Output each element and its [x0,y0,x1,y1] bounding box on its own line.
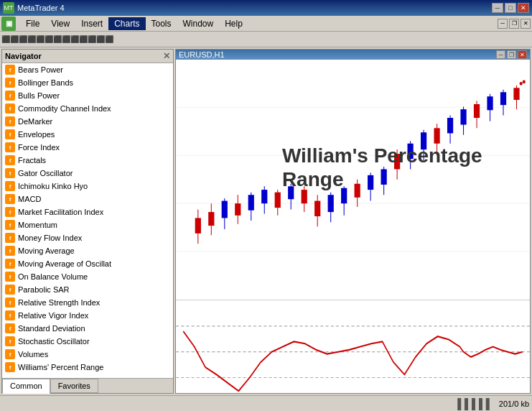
list-item[interactable]: fRelative Vigor Index [2,309,173,322]
nav-item-icon: f [5,78,15,88]
nav-item-icon: f [5,168,15,178]
nav-item-icon: f [5,65,15,75]
svg-rect-26 [328,195,334,212]
svg-rect-52 [500,92,506,105]
nav-item-icon: f [5,103,15,114]
menu-file[interactable]: File [20,17,45,30]
list-item[interactable]: fStandard Deviation [2,322,173,335]
list-item[interactable]: fDeMarker [2,115,173,128]
menu-help[interactable]: Help [219,17,248,30]
nav-item-icon: f [5,297,15,308]
svg-rect-12 [235,203,241,216]
app-icon: MT [3,2,14,14]
list-item[interactable]: fBulls Power [2,89,173,102]
svg-rect-48 [474,104,480,118]
list-item[interactable]: fWilliams' Percent Range [2,361,173,374]
memory-usage: 201/0 kb [499,400,529,408]
chart-label: William's PercentageRange [282,144,482,192]
title-bar-title: MetaTrader 4 [17,4,65,12]
svg-rect-24 [314,201,320,216]
nav-item-icon: f [5,220,15,230]
svg-rect-46 [460,109,466,124]
svg-rect-14 [248,195,254,210]
svg-rect-44 [447,118,453,133]
list-item[interactable]: fMoney Flow Index [2,231,173,244]
nav-item-icon: f [5,233,15,243]
nav-item-icon: f [5,310,15,320]
inner-restore-button[interactable]: ❐ [509,19,519,29]
menu-window[interactable]: Window [177,17,220,30]
nav-item-icon: f [5,336,15,346]
minimize-button[interactable]: ─ [492,3,503,13]
list-item[interactable]: fMoving Average of Oscillat [2,257,173,270]
close-button[interactable]: ✕ [518,3,529,13]
nav-item-icon: f [5,362,15,372]
navigator-close-button[interactable]: ✕ [163,51,170,61]
nav-item-icon: f [5,323,15,333]
menu-tools[interactable]: Tools [146,17,177,30]
nav-item-icon: f [5,246,15,256]
svg-rect-50 [487,96,493,110]
main-content: Navigator ✕ fBears PowerfBollinger Bands… [0,47,532,395]
nav-item-icon: f [5,129,15,139]
nav-item-icon: f [5,91,15,101]
list-item[interactable]: fBears Power [2,63,173,76]
menu-bar: ▣ File View Insert Charts Tools Window H… [0,16,532,32]
tab-common[interactable]: Common [2,379,50,394]
list-item[interactable]: fVolumes [2,348,173,361]
menu-insert[interactable]: Insert [75,17,108,30]
svg-rect-22 [302,190,307,203]
inner-minimize-button[interactable]: ─ [498,19,508,29]
list-item[interactable]: fMACD [2,193,173,206]
list-item[interactable]: fGator Oscillator [2,167,173,180]
nav-item-icon: f [5,272,15,282]
bar-indicator-icon: ▌▌▌▌▌ [457,398,493,410]
list-item[interactable]: fEnvelopes [2,128,173,141]
list-item[interactable]: fBollinger Bands [2,76,173,89]
svg-rect-6 [195,218,201,233]
nav-item-icon: f [5,181,15,191]
title-bar: MT MetaTrader 4 ─ □ ✕ [0,0,532,16]
nav-item-icon: f [5,207,15,217]
nav-item-icon: f [5,142,15,152]
tab-favorites[interactable]: Favorites [50,379,98,393]
chart-inner-controls: ─ ❐ ✕ [496,50,527,59]
list-item[interactable]: fMarket Facilitation Index [2,206,173,218]
toolbar: ⬛⬛⬛⬛⬛⬛⬛⬛⬛⬛⬛⬛⬛ [0,32,532,47]
app-menu-icon: ▣ [1,17,16,31]
list-item[interactable]: fFractals [2,154,173,167]
chart-minimize-button[interactable]: ─ [496,50,505,59]
list-item[interactable]: fParabolic SAR [2,283,173,296]
inner-window-controls: ─ ❐ ✕ [498,19,531,29]
indicator-chart [176,300,530,394]
list-item[interactable]: fIchimoku Kinko Hyo [2,180,173,193]
chart-inner-title: EURUSD,H1 ─ ❐ ✕ [176,50,530,60]
navigator-panel: Navigator ✕ fBears PowerfBollinger Bands… [1,49,174,394]
svg-rect-8 [208,212,214,226]
list-item[interactable]: fStochastic Oscillator [2,335,173,348]
nav-item-icon: f [5,285,15,295]
chart-close-button[interactable]: ✕ [518,50,527,59]
list-item[interactable]: fMomentum [2,218,173,231]
status-bar: ▌▌▌▌▌ 201/0 kb [0,395,532,411]
list-item[interactable]: fOn Balance Volume [2,270,173,283]
svg-rect-54 [513,88,519,100]
navigator-list[interactable]: fBears PowerfBollinger BandsfBulls Power… [2,63,173,378]
list-item[interactable]: fRelative Strength Index [2,296,173,309]
svg-rect-10 [222,201,228,218]
chart-area: EURUSD,H1 ─ ❐ ✕ [175,49,531,394]
menu-view[interactable]: View [45,17,75,30]
list-item[interactable]: fCommodity Channel Index [2,102,173,115]
list-item[interactable]: fMoving Average [2,244,173,257]
menu-charts[interactable]: Charts [108,17,145,30]
title-bar-controls: ─ □ ✕ [492,3,529,13]
svg-rect-16 [261,190,267,203]
navigator-title: Navigator [5,52,42,60]
nav-item-icon: f [5,155,15,165]
svg-rect-57 [176,300,530,394]
inner-close-button[interactable]: ✕ [521,19,531,29]
chart-restore-button[interactable]: ❐ [507,50,516,59]
navigator-tabs: Common Favorites [2,378,173,393]
list-item[interactable]: fForce Index [2,141,173,154]
maximize-button[interactable]: □ [505,3,516,13]
